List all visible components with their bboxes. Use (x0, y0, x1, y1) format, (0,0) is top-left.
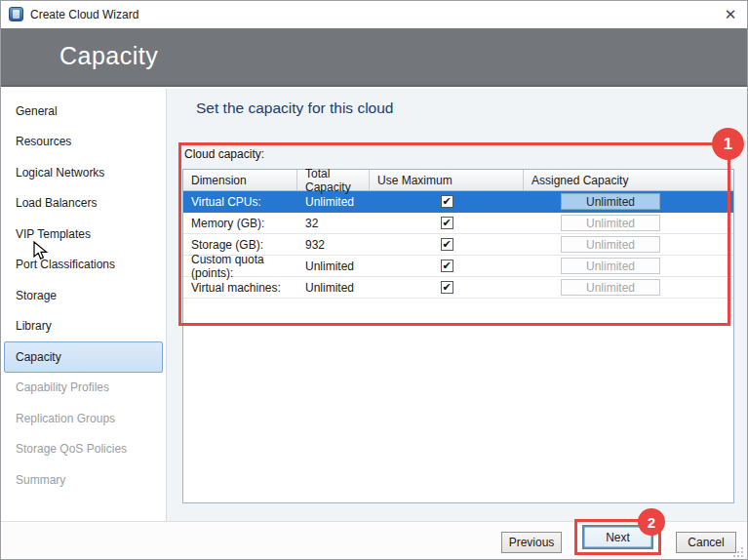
sidebar-item-label: Storage (16, 289, 57, 302)
sidebar-item-label: Library (16, 319, 52, 333)
sidebar-item-load-balancers[interactable]: Load Balancers (4, 188, 163, 220)
wizard-app-icon-glyph (13, 10, 20, 19)
annotation-step-1-badge: 1 (712, 128, 744, 160)
capacity-page: Set the capacity for this cloud Cloud ca… (167, 89, 747, 521)
sidebar-item-port-classifications[interactable]: Port Classifications (4, 250, 163, 281)
sidebar-item-label: Logical Networks (16, 166, 104, 180)
sidebar-item-resources[interactable]: Resources (4, 127, 163, 158)
sidebar-item-capability-profiles[interactable]: Capability Profiles (4, 373, 163, 404)
sidebar-item-label: Summary (16, 473, 65, 487)
titlebar: Create Cloud Wizard ✕ (1, 1, 747, 28)
sidebar-item-replication-groups[interactable]: Replication Groups (4, 403, 163, 434)
sidebar-item-general[interactable]: General (4, 96, 163, 127)
resize-grip-icon[interactable] (731, 545, 744, 558)
sidebar-item-storage-qos-policies[interactable]: Storage QoS Policies (4, 434, 163, 465)
window-title: Create Cloud Wizard (30, 8, 138, 21)
sidebar-item-label: General (16, 104, 58, 118)
wizard-steps-sidebar: GeneralResourcesLogical NetworksLoad Bal… (1, 89, 167, 521)
sidebar-item-vip-templates[interactable]: VIP Templates (4, 219, 163, 250)
previous-button[interactable]: Previous (501, 532, 562, 553)
wizard-page-header: Capacity (1, 28, 747, 87)
sidebar-item-label: VIP Templates (16, 227, 91, 241)
page-title: Capacity (59, 42, 158, 70)
annotation-step-2-badge: 2 (638, 508, 665, 536)
sidebar-item-library[interactable]: Library (4, 311, 163, 342)
sidebar-item-summary[interactable]: Summary (4, 464, 163, 496)
sidebar-item-label: Port Classifications (16, 258, 115, 271)
create-cloud-wizard-window: Create Cloud Wizard ✕ Capacity GeneralRe… (0, 0, 748, 560)
sidebar-item-label: Resources (16, 135, 71, 148)
sidebar-item-label: Storage QoS Policies (16, 442, 127, 456)
page-heading: Set the capacity for this cloud (196, 100, 393, 117)
mouse-cursor-icon (33, 241, 50, 262)
wizard-footer: Previous Next 2 Cancel (1, 521, 747, 560)
wizard-body: GeneralResourcesLogical NetworksLoad Bal… (1, 89, 747, 521)
sidebar-item-label: Replication Groups (16, 412, 115, 425)
annotation-rect-1 (178, 142, 730, 326)
sidebar-item-label: Capability Profiles (16, 380, 109, 394)
sidebar-item-label: Load Balancers (16, 196, 97, 210)
wizard-app-icon (9, 7, 23, 21)
sidebar-item-storage[interactable]: Storage (4, 280, 163, 311)
sidebar-item-label: Capacity (16, 350, 61, 364)
close-icon[interactable]: ✕ (718, 5, 743, 24)
sidebar-item-capacity[interactable]: Capacity (4, 341, 163, 373)
sidebar-item-logical-networks[interactable]: Logical Networks (4, 157, 163, 188)
cancel-button[interactable]: Cancel (676, 532, 736, 553)
